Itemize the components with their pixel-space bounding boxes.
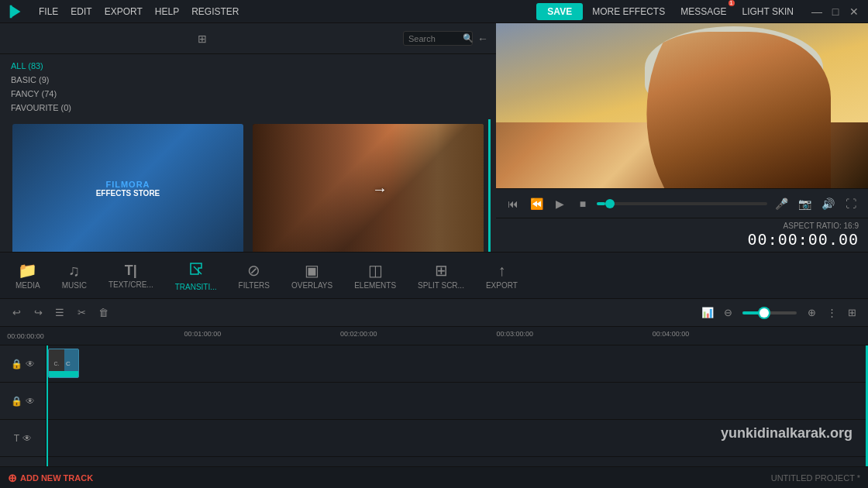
search-input[interactable] (408, 34, 463, 43)
window-controls: — □ ✕ (809, 4, 862, 19)
tool-music[interactable]: ♫ MUSIC (51, 259, 98, 293)
save-button[interactable]: SAVE (536, 3, 583, 20)
back-button[interactable]: ← (477, 33, 488, 45)
track-text-eye-icon[interactable]: 👁 (22, 433, 32, 444)
text-label: TEXT/CRE... (108, 280, 153, 289)
playhead[interactable] (46, 345, 48, 466)
tool-media[interactable]: 📁 MEDIA (5, 258, 51, 293)
track-overlay-eye-icon[interactable]: 👁 (26, 396, 35, 407)
zoom-dot (760, 308, 769, 318)
export-label: EXPORT (486, 281, 518, 290)
category-favourite[interactable]: FAVOURITE (0) (0, 101, 496, 115)
stop-button[interactable]: ■ (574, 194, 592, 213)
svg-marker-0 (11, 5, 21, 18)
split-screen-icon: ⊞ (435, 261, 448, 280)
category-all[interactable]: ALL (83) (0, 59, 496, 73)
category-basic[interactable]: BASIC (9) (0, 73, 496, 87)
tool-elements[interactable]: ◫ ELEMENTS (343, 258, 407, 293)
transition-bar[interactable]: → Bar (248, 119, 488, 252)
track-controls: 🔒 👁 🔒 👁 T 👁 🎵 🔊 (0, 345, 46, 466)
light-skin-button[interactable]: LIGHT SKIN (736, 3, 800, 20)
go-start-button[interactable]: ⏮ (504, 194, 522, 213)
track-control-video: 🔒 👁 (0, 345, 46, 383)
add-track-icon: ⊕ (8, 472, 17, 484)
middle-section: ⊞ 🔍 ← ALL (83) BASIC (9) FANCY (74) FAVO… (0, 23, 868, 252)
minimize-button[interactable]: — (809, 4, 825, 19)
delete-button[interactable]: 🗑 (95, 304, 112, 321)
timeline-toolbar: ↩ ↪ ☰ ✂ 🗑 📊 ⊖ ⊕ ⋮ ⊞ (0, 299, 868, 327)
message-notification: MESSAGE 1 (674, 3, 732, 20)
track-control-overlay: 🔒 👁 (0, 383, 46, 420)
transitions-label: TRANSITI... (175, 283, 217, 291)
export-icon: ↑ (498, 262, 505, 280)
track-eye-icon[interactable]: 👁 (26, 359, 35, 369)
more-options-button[interactable]: ⋮ (823, 304, 840, 321)
grid-view-button[interactable]: ⊞ (196, 31, 208, 46)
search-icon: 🔍 (463, 33, 474, 43)
zoom-slider[interactable] (742, 311, 797, 314)
tool-transitions[interactable]: TRANSITI... (164, 257, 228, 294)
tool-split-screen[interactable]: ⊞ SPLIT SCR... (407, 258, 475, 293)
volume-button[interactable]: 🔊 (818, 194, 837, 213)
track-text-lock-icon[interactable]: T (14, 433, 19, 444)
elements-label: ELEMENTS (354, 281, 396, 290)
tool-text[interactable]: T| TEXT/CRE... (98, 259, 164, 292)
cut-button[interactable]: ✂ (73, 304, 90, 321)
progress-bar[interactable] (597, 202, 767, 205)
transitions-header: ⊞ 🔍 ← (0, 23, 496, 54)
menu-bar: FILE EDIT EXPORT HELP REGISTER SAVE MORE… (0, 0, 868, 23)
progress-dot (605, 199, 615, 208)
menu-edit[interactable]: EDIT (64, 3, 98, 20)
text-icon: T| (125, 263, 137, 279)
tool-filters[interactable]: ⊘ FILTERS (228, 258, 281, 293)
music-label: MUSIC (62, 281, 87, 290)
video-clip[interactable]: C. C (48, 349, 79, 378)
zoom-out-button[interactable]: ⊖ (719, 304, 736, 321)
progress-fill (597, 202, 605, 205)
category-list: ALL (83) BASIC (9) FANCY (74) FAVOURITE … (0, 54, 496, 119)
menu-export[interactable]: EXPORT (98, 3, 149, 20)
clip-teal-bar (49, 371, 78, 377)
ruler-mark-3: 00:03:00:00 (496, 330, 533, 338)
detach-button[interactable]: ☰ (51, 304, 68, 321)
menu-file[interactable]: FILE (33, 3, 64, 20)
timecode-display: 00:00:00.00 (505, 230, 859, 249)
transition-more-effects[interactable]: FILMORA EFFECTS STORE More Effects (8, 119, 248, 252)
tool-overlays[interactable]: ▣ OVERLAYS (281, 258, 343, 293)
track-area: C. C (46, 345, 868, 466)
screenshot-button[interactable]: 📷 (795, 194, 814, 213)
add-new-track-button[interactable]: ⊕ ADD NEW TRACK (8, 472, 93, 484)
close-button[interactable]: ✕ (846, 4, 862, 19)
grid-toggle-button[interactable]: ⊞ (843, 304, 860, 321)
more-effects-button[interactable]: MORE EFFECTS (586, 3, 671, 20)
timeline-section: ↩ ↪ ☰ ✂ 🗑 📊 ⊖ ⊕ ⋮ ⊞ 00:00:00:00 (0, 298, 868, 488)
ruler-ticks: 00:01:00:00 00:02:00:00 00:03:00:00 00:0… (46, 327, 868, 345)
track-lock-icon[interactable]: 🔒 (11, 359, 22, 369)
video-preview (496, 23, 868, 188)
undo-button[interactable]: ↩ (8, 304, 25, 321)
overlay-track-lane (46, 383, 868, 420)
audio-track-lane (46, 457, 868, 466)
bottom-bar: ⊕ ADD NEW TRACK UNTITLED PROJECT * (0, 466, 868, 488)
left-panel: ⊞ 🔍 ← ALL (83) BASIC (9) FANCY (74) FAVO… (0, 23, 496, 252)
waveform-button[interactable]: 📊 (699, 304, 716, 321)
menu-register[interactable]: REGISTER (185, 3, 245, 20)
fullscreen-button[interactable]: ⛶ (842, 194, 860, 213)
message-button[interactable]: MESSAGE (674, 3, 732, 20)
menu-help[interactable]: HELP (149, 3, 185, 20)
transitions-grid: FILMORA EFFECTS STORE More Effects → (0, 119, 496, 252)
overlays-icon: ▣ (305, 261, 319, 280)
tool-export[interactable]: ↑ EXPORT (475, 259, 529, 293)
zoom-in-button[interactable]: ⊕ (803, 304, 820, 321)
prev-frame-button[interactable]: ⏪ (527, 194, 546, 213)
category-fancy[interactable]: FANCY (74) (0, 87, 496, 101)
app-logo (6, 2, 25, 21)
redo-button[interactable]: ↪ (29, 304, 46, 321)
maximize-button[interactable]: □ (828, 4, 843, 19)
video-track-lane: C. C (46, 345, 868, 383)
text-track-lane (46, 420, 868, 457)
play-button[interactable]: ▶ (550, 194, 569, 213)
timecode-area: ASPECT RATIO: 16:9 00:00:00.00 (496, 218, 868, 252)
mic-button[interactable]: 🎤 (772, 194, 790, 213)
track-overlay-lock-icon[interactable]: 🔒 (11, 396, 22, 407)
